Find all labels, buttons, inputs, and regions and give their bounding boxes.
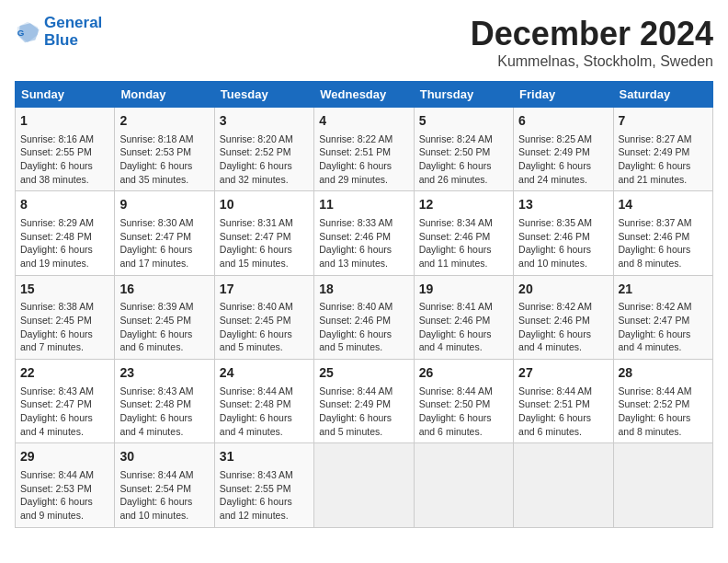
day-number: 14 bbox=[619, 196, 708, 214]
col-header-saturday: Saturday bbox=[613, 82, 712, 108]
day-number: 28 bbox=[619, 364, 708, 383]
calendar-cell: 2Sunrise: 8:18 AM Sunset: 2:53 PM Daylig… bbox=[115, 108, 214, 191]
calendar-cell bbox=[514, 443, 613, 527]
calendar-cell bbox=[414, 443, 513, 527]
calendar-week-row: 15Sunrise: 8:38 AM Sunset: 2:45 PM Dayli… bbox=[16, 275, 713, 359]
calendar-cell: 26Sunrise: 8:44 AM Sunset: 2:50 PM Dayli… bbox=[414, 360, 513, 443]
day-number: 12 bbox=[419, 196, 508, 214]
calendar-cell: 22Sunrise: 8:43 AM Sunset: 2:47 PM Dayli… bbox=[16, 360, 115, 443]
col-header-tuesday: Tuesday bbox=[214, 82, 313, 108]
day-number: 29 bbox=[20, 448, 109, 466]
day-info: Sunrise: 8:43 AM Sunset: 2:55 PM Dayligh… bbox=[220, 468, 309, 523]
day-number: 26 bbox=[419, 364, 508, 383]
day-number: 11 bbox=[319, 196, 408, 214]
page-header: G General Blue December 2024 Kummelnas, … bbox=[15, 15, 713, 70]
day-info: Sunrise: 8:40 AM Sunset: 2:46 PM Dayligh… bbox=[319, 300, 408, 354]
day-number: 19 bbox=[419, 281, 508, 299]
day-info: Sunrise: 8:29 AM Sunset: 2:48 PM Dayligh… bbox=[20, 216, 109, 270]
day-info: Sunrise: 8:39 AM Sunset: 2:45 PM Dayligh… bbox=[119, 300, 209, 354]
logo-general: General bbox=[44, 15, 102, 32]
day-number: 3 bbox=[220, 112, 309, 131]
day-info: Sunrise: 8:41 AM Sunset: 2:46 PM Dayligh… bbox=[419, 300, 508, 354]
calendar-cell: 10Sunrise: 8:31 AM Sunset: 2:47 PM Dayli… bbox=[214, 191, 313, 275]
day-number: 8 bbox=[20, 196, 109, 214]
day-info: Sunrise: 8:44 AM Sunset: 2:51 PM Dayligh… bbox=[518, 385, 608, 439]
day-info: Sunrise: 8:42 AM Sunset: 2:47 PM Dayligh… bbox=[619, 300, 708, 354]
page-title: December 2024 bbox=[471, 15, 713, 53]
calendar-cell: 20Sunrise: 8:42 AM Sunset: 2:46 PM Dayli… bbox=[514, 275, 613, 359]
calendar-cell: 9Sunrise: 8:30 AM Sunset: 2:47 PM Daylig… bbox=[115, 191, 214, 275]
day-info: Sunrise: 8:20 AM Sunset: 2:52 PM Dayligh… bbox=[220, 132, 309, 187]
calendar-cell: 3Sunrise: 8:20 AM Sunset: 2:52 PM Daylig… bbox=[214, 108, 313, 191]
day-info: Sunrise: 8:44 AM Sunset: 2:54 PM Dayligh… bbox=[119, 468, 209, 523]
day-info: Sunrise: 8:16 AM Sunset: 2:55 PM Dayligh… bbox=[20, 132, 109, 187]
calendar-cell: 18Sunrise: 8:40 AM Sunset: 2:46 PM Dayli… bbox=[314, 275, 414, 359]
day-number: 16 bbox=[119, 281, 209, 299]
day-number: 23 bbox=[119, 364, 209, 383]
day-info: Sunrise: 8:44 AM Sunset: 2:50 PM Dayligh… bbox=[419, 385, 508, 439]
day-info: Sunrise: 8:22 AM Sunset: 2:51 PM Dayligh… bbox=[319, 132, 408, 187]
calendar-cell: 17Sunrise: 8:40 AM Sunset: 2:45 PM Dayli… bbox=[214, 275, 313, 359]
day-info: Sunrise: 8:31 AM Sunset: 2:47 PM Dayligh… bbox=[220, 216, 309, 270]
calendar-cell: 15Sunrise: 8:38 AM Sunset: 2:45 PM Dayli… bbox=[16, 275, 115, 359]
calendar-cell: 25Sunrise: 8:44 AM Sunset: 2:49 PM Dayli… bbox=[314, 360, 414, 443]
calendar-cell: 1Sunrise: 8:16 AM Sunset: 2:55 PM Daylig… bbox=[16, 108, 115, 191]
day-number: 13 bbox=[518, 196, 608, 214]
day-number: 15 bbox=[20, 281, 109, 299]
col-header-monday: Monday bbox=[115, 82, 214, 108]
calendar-table: SundayMondayTuesdayWednesdayThursdayFrid… bbox=[15, 81, 713, 528]
day-number: 27 bbox=[518, 364, 608, 383]
calendar-cell: 31Sunrise: 8:43 AM Sunset: 2:55 PM Dayli… bbox=[214, 443, 313, 527]
calendar-week-row: 22Sunrise: 8:43 AM Sunset: 2:47 PM Dayli… bbox=[16, 360, 713, 443]
calendar-cell: 7Sunrise: 8:27 AM Sunset: 2:49 PM Daylig… bbox=[613, 108, 712, 191]
day-info: Sunrise: 8:30 AM Sunset: 2:47 PM Dayligh… bbox=[119, 216, 209, 270]
calendar-cell: 23Sunrise: 8:43 AM Sunset: 2:48 PM Dayli… bbox=[115, 360, 214, 443]
calendar-header-row: SundayMondayTuesdayWednesdayThursdayFrid… bbox=[16, 82, 713, 108]
day-info: Sunrise: 8:27 AM Sunset: 2:49 PM Dayligh… bbox=[619, 132, 708, 187]
day-info: Sunrise: 8:33 AM Sunset: 2:46 PM Dayligh… bbox=[319, 216, 408, 270]
calendar-week-row: 8Sunrise: 8:29 AM Sunset: 2:48 PM Daylig… bbox=[16, 191, 713, 275]
calendar-cell: 21Sunrise: 8:42 AM Sunset: 2:47 PM Dayli… bbox=[613, 275, 712, 359]
day-number: 1 bbox=[20, 112, 109, 131]
calendar-cell: 6Sunrise: 8:25 AM Sunset: 2:49 PM Daylig… bbox=[514, 108, 613, 191]
calendar-cell: 5Sunrise: 8:24 AM Sunset: 2:50 PM Daylig… bbox=[414, 108, 513, 191]
calendar-cell bbox=[613, 443, 712, 527]
calendar-cell: 8Sunrise: 8:29 AM Sunset: 2:48 PM Daylig… bbox=[16, 191, 115, 275]
day-number: 25 bbox=[319, 364, 408, 383]
calendar-cell: 13Sunrise: 8:35 AM Sunset: 2:46 PM Dayli… bbox=[514, 191, 613, 275]
day-number: 2 bbox=[119, 112, 209, 131]
day-number: 17 bbox=[220, 281, 309, 299]
title-area: December 2024 Kummelnas, Stockholm, Swed… bbox=[471, 15, 713, 70]
col-header-sunday: Sunday bbox=[16, 82, 115, 108]
col-header-thursday: Thursday bbox=[414, 82, 513, 108]
calendar-cell: 28Sunrise: 8:44 AM Sunset: 2:52 PM Dayli… bbox=[613, 360, 712, 443]
day-number: 22 bbox=[20, 364, 109, 383]
calendar-cell: 11Sunrise: 8:33 AM Sunset: 2:46 PM Dayli… bbox=[314, 191, 414, 275]
col-header-friday: Friday bbox=[514, 82, 613, 108]
calendar-cell: 19Sunrise: 8:41 AM Sunset: 2:46 PM Dayli… bbox=[414, 275, 513, 359]
day-number: 18 bbox=[319, 281, 408, 299]
calendar-week-row: 29Sunrise: 8:44 AM Sunset: 2:53 PM Dayli… bbox=[16, 443, 713, 527]
day-number: 9 bbox=[119, 196, 209, 214]
page-subtitle: Kummelnas, Stockholm, Sweden bbox=[471, 53, 713, 70]
day-number: 7 bbox=[619, 112, 708, 131]
day-info: Sunrise: 8:43 AM Sunset: 2:47 PM Dayligh… bbox=[20, 385, 109, 439]
day-number: 20 bbox=[518, 281, 608, 299]
svg-text:G: G bbox=[17, 28, 25, 38]
day-info: Sunrise: 8:25 AM Sunset: 2:49 PM Dayligh… bbox=[518, 132, 608, 187]
logo: G General Blue bbox=[15, 15, 102, 49]
col-header-wednesday: Wednesday bbox=[314, 82, 414, 108]
day-info: Sunrise: 8:18 AM Sunset: 2:53 PM Dayligh… bbox=[119, 132, 209, 187]
calendar-cell: 16Sunrise: 8:39 AM Sunset: 2:45 PM Dayli… bbox=[115, 275, 214, 359]
calendar-cell bbox=[314, 443, 414, 527]
calendar-cell: 27Sunrise: 8:44 AM Sunset: 2:51 PM Dayli… bbox=[514, 360, 613, 443]
calendar-cell: 14Sunrise: 8:37 AM Sunset: 2:46 PM Dayli… bbox=[613, 191, 712, 275]
day-number: 30 bbox=[119, 448, 209, 466]
logo-blue: Blue bbox=[44, 32, 102, 50]
day-info: Sunrise: 8:43 AM Sunset: 2:48 PM Dayligh… bbox=[119, 385, 209, 439]
day-number: 6 bbox=[518, 112, 608, 131]
day-number: 5 bbox=[419, 112, 508, 131]
day-info: Sunrise: 8:44 AM Sunset: 2:49 PM Dayligh… bbox=[319, 385, 408, 439]
calendar-cell: 29Sunrise: 8:44 AM Sunset: 2:53 PM Dayli… bbox=[16, 443, 115, 527]
day-info: Sunrise: 8:40 AM Sunset: 2:45 PM Dayligh… bbox=[220, 300, 309, 354]
